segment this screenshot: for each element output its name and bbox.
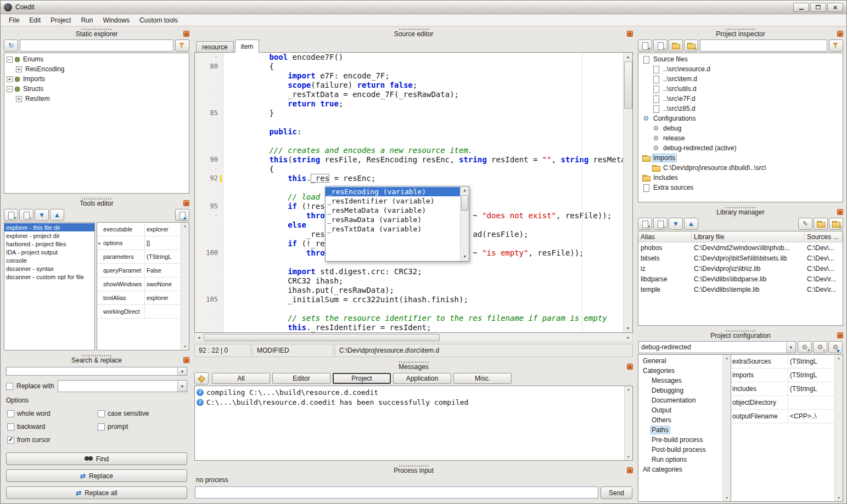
- category-documentation[interactable]: Documentation: [638, 395, 722, 405]
- category-tag-button[interactable]: [194, 372, 209, 384]
- move-up-button[interactable]: ▲: [50, 209, 64, 221]
- filter-button-misc[interactable]: Misc.: [453, 373, 512, 384]
- tool-item-console[interactable]: console: [4, 256, 94, 264]
- category-post-build-process[interactable]: Post-build process: [638, 445, 722, 455]
- inspector-item-imports[interactable]: Imports: [638, 153, 843, 163]
- scrollbar-thumb[interactable]: [624, 61, 632, 109]
- tool-item-explorer-this-file-dir[interactable]: explorer - this file dir: [4, 223, 94, 231]
- category-general[interactable]: General: [638, 356, 722, 366]
- column-header-alias[interactable]: Alias: [638, 231, 692, 242]
- move-up-button[interactable]: ▲: [684, 218, 698, 230]
- inspector-item-src-resource-d[interactable]: ..\src\resource.d: [638, 64, 843, 74]
- expander-icon[interactable]: −: [7, 86, 13, 92]
- panel-header[interactable]: Library manager: [636, 206, 845, 217]
- inspector-item-src-z85-d[interactable]: ..\src\z85.d: [638, 104, 843, 114]
- option-backward[interactable]: backward: [7, 423, 97, 431]
- menu-item-custom-tools[interactable]: Custom tools: [134, 15, 183, 26]
- completion-scrollbar[interactable]: [460, 186, 469, 261]
- apply-tool-button[interactable]: ►: [175, 209, 189, 221]
- property-value[interactable]: (TStringL: [788, 385, 834, 393]
- tool-item-harbored-project-files[interactable]: harbored - project files: [4, 240, 94, 248]
- checkbox-icon[interactable]: [98, 423, 105, 431]
- category-debugging[interactable]: Debugging: [638, 386, 722, 395]
- inspector-item-src-e7f-d[interactable]: ..\src\e7F.d: [638, 94, 843, 104]
- checkbox-icon[interactable]: [7, 437, 14, 444]
- library-row-iz[interactable]: izC:\Dev\dproj\iz\lib\iz.libC:\Dev\...: [638, 263, 843, 274]
- inspector-item-src-utils-d[interactable]: ..\src\utils.d: [638, 84, 843, 94]
- property-value[interactable]: (TStringL: [788, 358, 834, 365]
- checkbox-icon[interactable]: [7, 423, 14, 431]
- close-panel-button[interactable]: [183, 357, 189, 363]
- replace-all-button[interactable]: Replace all: [6, 486, 187, 499]
- titlebar[interactable]: Coedit: [1, 1, 846, 14]
- inspector-filter-input[interactable]: [700, 39, 827, 52]
- tool-item-explorer-project-dir[interactable]: explorer - project dir: [4, 231, 94, 240]
- option-prompt[interactable]: prompt: [98, 423, 187, 431]
- completion-item[interactable]: _resEncoding (variable): [326, 187, 460, 196]
- add-configuration-button[interactable]: ⚙+: [798, 341, 812, 353]
- checkbox-icon[interactable]: [98, 410, 105, 417]
- add-library-button[interactable]: +: [638, 218, 652, 230]
- panel-header[interactable]: Project configuration: [636, 329, 845, 340]
- scroll-down-icon[interactable]: [461, 253, 469, 261]
- grid-scrollbar[interactable]: [181, 223, 189, 350]
- panel-header[interactable]: Process input: [193, 464, 635, 475]
- configuration-select[interactable]: debug-redirected: [638, 341, 796, 353]
- scroll-left-icon[interactable]: [195, 333, 203, 342]
- message-row[interactable]: C:\...\build\resource.d.coedit has been …: [195, 397, 624, 407]
- inspector-item-debug[interactable]: ⚙debug: [638, 123, 843, 133]
- close-panel-button[interactable]: [627, 467, 633, 473]
- replace-with-checkbox[interactable]: [6, 383, 13, 390]
- inspector-item-source-files[interactable]: Source files: [638, 54, 843, 64]
- menu-item-project[interactable]: Project: [46, 15, 76, 26]
- category-pre-build-process[interactable]: Pre-build process: [638, 435, 722, 445]
- close-panel-button[interactable]: [183, 200, 189, 206]
- add-tree-button[interactable]: +: [684, 39, 698, 52]
- close-panel-button[interactable]: [627, 364, 633, 370]
- completion-item[interactable]: _resRawData (variable): [326, 215, 460, 224]
- symbol-search-input[interactable]: [20, 39, 173, 52]
- option-whole-word[interactable]: whole word: [7, 410, 97, 417]
- expander-icon[interactable]: +: [16, 96, 22, 102]
- add-folder-button[interactable]: [669, 39, 683, 52]
- find-button[interactable]: Find: [6, 452, 187, 465]
- library-row-temple[interactable]: templeC:\Dev\dlibs\temple.libC:\Dev\r...: [638, 284, 843, 295]
- editor-vertical-scrollbar[interactable]: [623, 53, 632, 332]
- category-paths[interactable]: Paths: [638, 425, 722, 435]
- process-input-field[interactable]: [195, 486, 598, 499]
- category-output[interactable]: Output: [638, 405, 722, 415]
- completion-item[interactable]: _resIdentifier (variable): [326, 196, 460, 206]
- close-panel-button[interactable]: [183, 31, 189, 37]
- filter-button-application[interactable]: Application: [393, 373, 451, 384]
- remove-library-button[interactable]: −: [653, 218, 667, 230]
- expander-icon[interactable]: +: [7, 76, 13, 82]
- dropdown-icon[interactable]: [177, 381, 187, 392]
- category-all-categories[interactable]: All categories: [638, 465, 722, 474]
- inspector-item-includes[interactable]: Includes: [638, 173, 843, 183]
- filter-button-editor[interactable]: Editor: [272, 373, 330, 384]
- dropdown-icon[interactable]: [177, 367, 187, 375]
- editor-horizontal-scrollbar[interactable]: [194, 333, 633, 342]
- menu-item-edit[interactable]: Edit: [24, 15, 46, 26]
- tool-item-ida-project-output[interactable]: IDA - project output: [4, 248, 94, 256]
- scroll-up-icon[interactable]: [461, 186, 469, 195]
- search-term-combo[interactable]: [6, 367, 187, 376]
- property-value[interactable]: swoNone: [145, 281, 181, 287]
- property-value[interactable]: (TStringL: [788, 371, 834, 379]
- scrollbar-thumb[interactable]: [461, 195, 468, 211]
- library-row-phobos[interactable]: phobosC:\Dev\dmd2\windows\lib\phob...C:\…: [638, 242, 843, 253]
- property-value[interactable]: <CPP>..\: [788, 412, 834, 420]
- menu-item-windows[interactable]: Windows: [98, 15, 134, 26]
- category-others[interactable]: Others: [638, 415, 722, 425]
- remove-file-button[interactable]: −: [653, 39, 667, 52]
- category-categories[interactable]: Categories: [638, 366, 722, 376]
- column-header-library-file[interactable]: Library file: [692, 231, 805, 242]
- panel-header[interactable]: Static explorer: [2, 27, 191, 38]
- tool-item-dscanner-custom-opt-for-file[interactable]: dscanner - custom opt for file: [4, 273, 94, 281]
- tab-item[interactable]: item: [235, 39, 260, 53]
- tool-item-dscanner-syntax[interactable]: dscanner - syntax: [4, 264, 94, 273]
- open-library-button[interactable]: [814, 218, 828, 230]
- library-row-bitsets[interactable]: bitsetsC:\Dev\dproj\bitSet\lib\bitsets.l…: [638, 253, 843, 263]
- message-row[interactable]: compiling C:\...\build\resource.d.coedit: [195, 387, 624, 397]
- panel-header[interactable]: Tools editor: [2, 197, 191, 208]
